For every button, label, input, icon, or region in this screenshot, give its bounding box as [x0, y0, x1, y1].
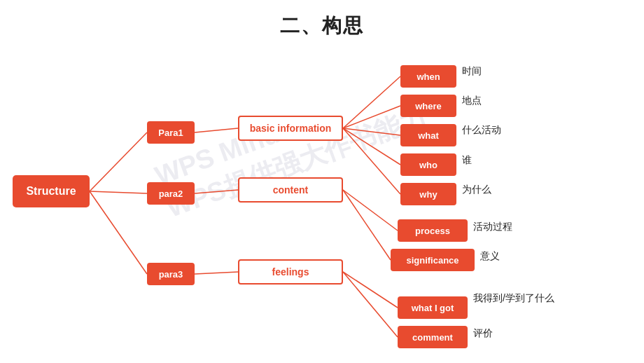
- significance-label-cn: 意义: [480, 250, 500, 263]
- process-node: process: [398, 219, 468, 242]
- para1-node: Para1: [147, 121, 195, 144]
- svg-line-8: [343, 128, 400, 135]
- why-node: why: [400, 183, 456, 205]
- svg-line-0: [90, 132, 147, 191]
- svg-line-11: [343, 190, 398, 231]
- when-label-cn: 时间: [462, 65, 482, 78]
- process-label-cn: 活动过程: [473, 221, 512, 233]
- what-label-cn: 什么活动: [462, 124, 501, 137]
- significance-node: significance: [391, 249, 475, 271]
- svg-line-10: [343, 128, 400, 194]
- svg-line-13: [343, 272, 398, 308]
- page-title: 二、构思: [0, 0, 644, 39]
- svg-line-7: [343, 106, 400, 128]
- what-i-got-label-cn: 我得到/学到了什么: [473, 292, 554, 305]
- para2-node: para2: [147, 182, 195, 205]
- svg-line-4: [195, 190, 238, 193]
- what-node: what: [400, 124, 456, 146]
- basic-information-node: basic information: [238, 116, 343, 141]
- who-label-cn: 谁: [462, 154, 472, 167]
- svg-line-2: [90, 191, 147, 274]
- who-node: who: [400, 153, 456, 176]
- when-node: when: [400, 65, 456, 88]
- diagram: Structure Para1 para2 para3 basic inform…: [0, 46, 644, 361]
- content-node: content: [238, 177, 343, 203]
- comment-label-cn: 评价: [473, 327, 493, 340]
- svg-line-3: [195, 128, 238, 132]
- structure-node: Structure: [13, 175, 90, 207]
- svg-line-9: [343, 128, 400, 165]
- svg-line-12: [343, 190, 391, 260]
- svg-line-1: [90, 191, 147, 193]
- where-node: where: [400, 95, 456, 117]
- comment-node: comment: [398, 326, 468, 348]
- connector-lines: [0, 46, 644, 361]
- feelings-node: feelings: [238, 259, 343, 285]
- where-label-cn: 地点: [462, 95, 482, 107]
- what-i-got-node: what I got: [398, 296, 468, 319]
- svg-line-6: [343, 76, 400, 128]
- para3-node: para3: [147, 263, 195, 285]
- svg-line-5: [195, 272, 238, 274]
- svg-line-14: [343, 272, 398, 337]
- why-label-cn: 为什么: [462, 184, 491, 196]
